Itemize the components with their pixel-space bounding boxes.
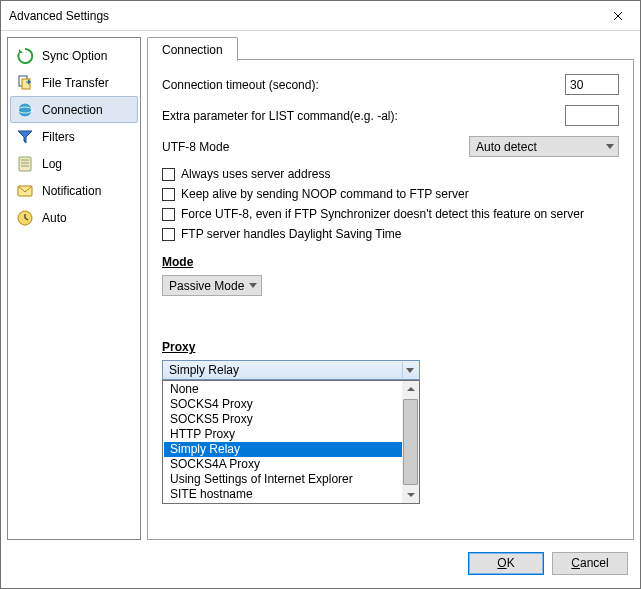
timeout-input[interactable]: [565, 74, 619, 95]
checkbox-server-address[interactable]: Always uses server address: [162, 167, 619, 181]
ok-button[interactable]: OK: [468, 552, 544, 575]
dropdown-list: NoneSOCKS4 ProxySOCKS5 ProxyHTTP ProxySi…: [163, 381, 419, 503]
main-panel: Connection Connection timeout (second): …: [147, 37, 634, 540]
dropdown-item[interactable]: SOCKS5 Proxy: [164, 412, 402, 427]
close-icon: [613, 11, 623, 21]
chevron-down-icon: [606, 144, 614, 149]
sidebar-item-label: Filters: [42, 130, 75, 144]
chevron-down-icon: [402, 362, 417, 378]
proxy-dropdown: NoneSOCKS4 ProxySOCKS5 ProxyHTTP ProxySi…: [162, 380, 420, 504]
dialog-body: Sync Option File Transfer Connection Fil…: [1, 31, 640, 546]
checkbox-label: Keep alive by sending NOOP command to FT…: [181, 187, 469, 201]
window-title: Advanced Settings: [9, 9, 109, 23]
dropdown-item[interactable]: SITE hostname: [164, 487, 402, 502]
list-param-input[interactable]: [565, 105, 619, 126]
sync-icon: [16, 47, 34, 65]
dropdown-item[interactable]: SOCKS4 Proxy: [164, 397, 402, 412]
funnel-icon: [16, 128, 34, 146]
sidebar-item-connection[interactable]: Connection: [10, 96, 138, 123]
checkbox-dst[interactable]: FTP server handles Daylight Saving Time: [162, 227, 619, 241]
dropdown-item[interactable]: Simply Relay: [164, 442, 402, 457]
proxy-select[interactable]: Simply Relay: [162, 360, 420, 380]
svg-rect-4: [19, 157, 31, 171]
dropdown-item[interactable]: HTTP Proxy: [164, 427, 402, 442]
mode-heading: Mode: [162, 255, 619, 269]
checkbox-box: [162, 168, 175, 181]
tab-label: Connection: [162, 43, 223, 57]
sidebar-item-sync-option[interactable]: Sync Option: [10, 42, 138, 69]
cancel-key: C: [571, 556, 580, 570]
scrollbar[interactable]: [402, 381, 419, 503]
utf8-select[interactable]: Auto detect: [469, 136, 619, 157]
dialog-footer: OK Cancel: [1, 546, 640, 588]
proxy-heading: Proxy: [162, 340, 619, 354]
proxy-value: Simply Relay: [169, 363, 239, 377]
checkbox-label: Force UTF-8, even if FTP Synchronizer do…: [181, 207, 584, 221]
sidebar-item-label: File Transfer: [42, 76, 109, 90]
titlebar: Advanced Settings: [1, 1, 640, 31]
cancel-button[interactable]: Cancel: [552, 552, 628, 575]
tab-connection[interactable]: Connection: [147, 37, 238, 61]
list-param-label: Extra parameter for LIST command(e.g. -a…: [162, 109, 565, 123]
dropdown-item[interactable]: Using Settings of Internet Explorer: [164, 472, 402, 487]
checkbox-box: [162, 208, 175, 221]
log-icon: [16, 155, 34, 173]
sidebar: Sync Option File Transfer Connection Fil…: [7, 37, 141, 540]
ok-rest: K: [507, 556, 515, 570]
scroll-thumb[interactable]: [403, 399, 418, 486]
mode-value: Passive Mode: [169, 279, 244, 293]
sidebar-item-file-transfer[interactable]: File Transfer: [10, 69, 138, 96]
sidebar-item-label: Sync Option: [42, 49, 107, 63]
tab-content: Connection timeout (second): Extra param…: [147, 60, 634, 540]
dropdown-item[interactable]: SOCKS4A Proxy: [164, 457, 402, 472]
scroll-up-icon: [402, 381, 419, 398]
dropdown-item[interactable]: None: [164, 382, 402, 397]
dialog-window: Advanced Settings Sync Option File Trans…: [0, 0, 641, 589]
sidebar-item-notification[interactable]: Notification: [10, 177, 138, 204]
sidebar-item-label: Notification: [42, 184, 101, 198]
mode-select[interactable]: Passive Mode: [162, 275, 262, 296]
close-button[interactable]: [595, 1, 640, 30]
connection-icon: [16, 101, 34, 119]
checkbox-force-utf8[interactable]: Force UTF-8, even if FTP Synchronizer do…: [162, 207, 619, 221]
checkbox-box: [162, 188, 175, 201]
envelope-icon: [16, 182, 34, 200]
sidebar-item-auto[interactable]: Auto: [10, 204, 138, 231]
ok-key: O: [497, 556, 506, 570]
tabstrip: Connection: [147, 37, 634, 60]
checkbox-box: [162, 228, 175, 241]
scroll-down-icon: [402, 486, 419, 503]
checkbox-label: Always uses server address: [181, 167, 330, 181]
utf8-value: Auto detect: [476, 140, 537, 154]
clock-icon: [16, 209, 34, 227]
sidebar-item-label: Auto: [42, 211, 67, 225]
sidebar-item-log[interactable]: Log: [10, 150, 138, 177]
chevron-down-icon: [249, 283, 257, 288]
checkbox-label: FTP server handles Daylight Saving Time: [181, 227, 402, 241]
sidebar-item-filters[interactable]: Filters: [10, 123, 138, 150]
utf8-label: UTF-8 Mode: [162, 140, 469, 154]
sidebar-item-label: Connection: [42, 103, 103, 117]
file-transfer-icon: [16, 74, 34, 92]
checkbox-noop[interactable]: Keep alive by sending NOOP command to FT…: [162, 187, 619, 201]
cancel-rest: ancel: [580, 556, 609, 570]
timeout-label: Connection timeout (second):: [162, 78, 565, 92]
sidebar-item-label: Log: [42, 157, 62, 171]
